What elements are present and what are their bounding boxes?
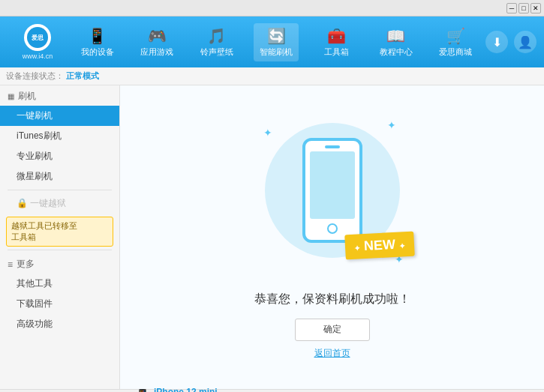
nav-ringtone-icon: 🎵 (207, 27, 226, 45)
logo-inner: 爱思 (27, 27, 48, 48)
nav-smart-flash[interactable]: 🔄 智能刷机 (254, 23, 299, 61)
sidebar: ▦ 刷机 一键刷机 iTunes刷机 专业刷机 微星刷机 🔒 一键越狱 越狱工具… (0, 85, 120, 389)
more-expand-icon: ≡ (8, 259, 13, 270)
nav-smart-flash-icon: 🔄 (267, 27, 286, 45)
nav-my-device-label: 我的设备 (81, 46, 114, 58)
sidebar-jailbreak-notice: 越狱工具已转移至 工具箱 (6, 217, 113, 247)
nav-app-game-label: 应用游戏 (140, 46, 173, 58)
nav-tutorial-icon: 📖 (386, 27, 405, 45)
nav-toolbox[interactable]: 🧰 工具箱 (314, 23, 359, 61)
sidebar-item-download-firmware[interactable]: 下载固件 (0, 294, 119, 314)
nav-app-game-icon: 🎮 (148, 27, 167, 45)
sidebar-jailbreak-label: 🔒 一键越狱 (0, 193, 119, 214)
new-badge-stars-right: ✦ (399, 241, 406, 250)
nav-ringtone-label: 铃声壁纸 (200, 46, 233, 58)
device-info-block: 📱 iPhone 12 mini 64GB Down-12mini-13.1 (128, 387, 218, 393)
header: 爱思 www.i4.cn 📱 我的设备 🎮 应用游戏 🎵 铃声壁纸 🔄 智能刷机… (0, 16, 544, 67)
phone-illustration: ✦ ✦ ✦ ✦ NEW ✦ (257, 115, 407, 280)
sparkle-icon-1: ✦ (263, 127, 272, 139)
success-text: 恭喜您，保资料刷机成功啦！ (254, 292, 410, 307)
new-badge: ✦ NEW ✦ (345, 231, 416, 259)
nav-store-icon: 🛒 (446, 27, 465, 45)
logo: 爱思 www.i4.cn (8, 24, 68, 60)
nav-ringtone[interactable]: 🎵 铃声壁纸 (194, 23, 239, 61)
confirm-button[interactable]: 确定 (295, 319, 370, 341)
new-badge-stars-left: ✦ (354, 244, 361, 252)
user-button[interactable]: 👤 (514, 31, 536, 53)
nav-store-label: 爱思商城 (439, 46, 472, 58)
sidebar-item-advanced[interactable]: 高级功能 (0, 314, 119, 334)
nav-tutorial-label: 教程中心 (380, 46, 413, 58)
content-area: ✦ ✦ ✦ ✦ NEW ✦ 恭喜您，保资料刷机成功啦！ 确定 返回首页 (120, 85, 544, 389)
device-info: iPhone 12 mini 64GB Down-12mini-13.1 (154, 387, 218, 393)
nav-store[interactable]: 🛒 爱思商城 (433, 23, 478, 61)
nav-my-device-icon: 📱 (88, 27, 107, 45)
download-button[interactable]: ⬇ (485, 31, 508, 53)
itunes-status-bar: 阻止iTunes运行 (0, 389, 120, 392)
connection-status-bar: 设备连接状态： 正常模式 (0, 67, 544, 85)
phone-speaker (325, 145, 340, 148)
nav-app-game[interactable]: 🎮 应用游戏 (134, 23, 179, 61)
connection-label: 设备连接状态： (6, 70, 64, 82)
sidebar-item-itunes[interactable]: iTunes刷机 (0, 126, 119, 146)
sidebar-item-one-key[interactable]: 一键刷机 (0, 106, 119, 126)
nav-my-device[interactable]: 📱 我的设备 (75, 23, 120, 61)
sidebar-more-section[interactable]: ≡ 更多 (0, 253, 119, 274)
connection-value: 正常模式 (66, 70, 99, 82)
nav-bar: 📱 我的设备 🎮 应用游戏 🎵 铃声壁纸 🔄 智能刷机 🧰 工具箱 📖 教程中心… (68, 23, 485, 61)
sidebar-more-label: 更多 (17, 258, 35, 271)
phone-screen (310, 151, 355, 219)
sidebar-item-micro-flash[interactable]: 微星刷机 (0, 166, 119, 187)
logo-icon: 爱思 (24, 24, 51, 51)
phone-body (302, 138, 362, 243)
phone-home-btn (327, 223, 338, 234)
expand-icon: ▦ (8, 92, 14, 100)
sidebar-item-other-tools[interactable]: 其他工具 (0, 274, 119, 294)
device-phone-icon: 📱 (135, 388, 150, 393)
nav-toolbox-label: 工具箱 (324, 46, 349, 58)
nav-tutorial[interactable]: 📖 教程中心 (374, 23, 419, 61)
new-badge-text: NEW (364, 236, 396, 253)
close-button[interactable]: ✕ (530, 3, 541, 13)
sidebar-divider-1 (8, 190, 112, 190)
sidebar-divider-2 (8, 250, 112, 250)
sidebar-item-pro-flash[interactable]: 专业刷机 (0, 146, 119, 166)
maximize-button[interactable]: □ (518, 3, 529, 13)
title-bar: ─ □ ✕ (0, 0, 544, 16)
header-right: ⬇ 👤 (485, 31, 536, 53)
nav-smart-flash-label: 智能刷机 (260, 46, 293, 58)
sparkle-icon-2: ✦ (387, 119, 396, 131)
status-bar: ✓ 自动推送 ✓ 跳过向导 📱 iPhone 12 mini 64GB Down… (0, 389, 544, 392)
back-home-link[interactable]: 返回首页 (314, 347, 350, 360)
minimize-button[interactable]: ─ (506, 3, 517, 13)
device-name: iPhone 12 mini (154, 387, 218, 393)
main-area: ▦ 刷机 一键刷机 iTunes刷机 专业刷机 微星刷机 🔒 一键越狱 越狱工具… (0, 85, 544, 389)
sidebar-flash-label: 刷机 (18, 90, 36, 103)
sidebar-flash-section[interactable]: ▦ 刷机 (0, 85, 119, 106)
nav-toolbox-icon: 🧰 (327, 27, 346, 45)
logo-subtitle: www.i4.cn (23, 52, 53, 60)
